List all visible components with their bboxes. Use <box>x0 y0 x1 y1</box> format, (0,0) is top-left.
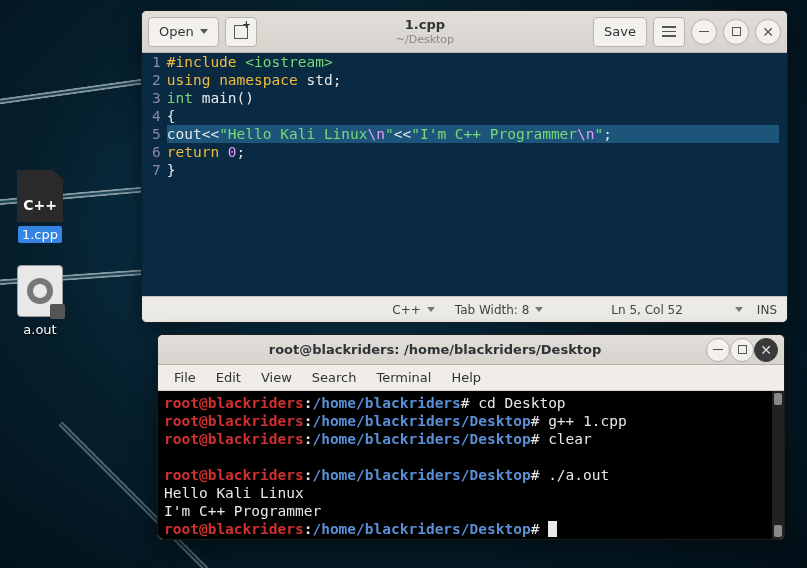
line-number-gutter: 1234567 <box>142 53 167 296</box>
code-line[interactable]: return 0; <box>167 143 779 161</box>
desktop-icon-label: a.out <box>19 321 60 338</box>
maximize-button[interactable] <box>730 338 754 362</box>
close-button[interactable]: ✕ <box>754 338 778 362</box>
terminal-line: I'm C++ Programmer <box>164 502 778 520</box>
chevron-down-icon <box>735 307 743 312</box>
terminal-titlebar: root@blackriders: /home/blackriders/Desk… <box>158 335 784 365</box>
minimize-button[interactable] <box>691 19 717 45</box>
hamburger-menu-button[interactable] <box>653 17 685 47</box>
chevron-down-icon <box>535 307 543 312</box>
save-button-label: Save <box>604 24 636 39</box>
code-content[interactable]: #include <iostream>using namespace std;i… <box>167 53 787 296</box>
terminal-line: root@blackriders:/home/blackriders/Deskt… <box>164 466 778 484</box>
terminal-title: root@blackriders: /home/blackriders/Desk… <box>164 342 706 357</box>
minimize-button[interactable] <box>706 338 730 362</box>
terminal-line: root@blackriders:/home/blackriders/Deskt… <box>164 430 778 448</box>
new-tab-button[interactable] <box>225 17 257 47</box>
terminal-line: root@blackriders:/home/blackriders# cd D… <box>164 394 778 412</box>
code-line[interactable]: } <box>167 161 779 179</box>
lock-icon <box>50 304 65 319</box>
chevron-down-icon <box>427 307 435 312</box>
desktop-icon-cpp[interactable]: C++ 1.cpp <box>5 170 75 243</box>
save-button[interactable]: Save <box>593 17 647 47</box>
terminal-menubar: FileEditViewSearchTerminalHelp <box>158 365 784 391</box>
code-line[interactable]: using namespace std; <box>167 71 779 89</box>
tabwidth-selector[interactable]: Tab Width: 8 <box>449 303 549 317</box>
terminal-scrollbar[interactable] <box>772 391 784 539</box>
editor-title-sub: ~/Desktop <box>263 33 587 46</box>
scrollbar-thumb[interactable] <box>774 393 782 405</box>
maximize-icon <box>732 27 741 36</box>
scrollbar-thumb[interactable] <box>774 525 782 537</box>
terminal-window: root@blackriders: /home/blackriders/Desk… <box>157 334 785 540</box>
terminal-cursor <box>548 521 557 537</box>
editor-statusbar: C++ Tab Width: 8 Ln 5, Col 52 INS <box>142 296 787 322</box>
menu-item-view[interactable]: View <box>253 367 300 388</box>
close-button[interactable]: ✕ <box>755 19 781 45</box>
open-button-label: Open <box>159 24 194 39</box>
menu-item-edit[interactable]: Edit <box>208 367 249 388</box>
chevron-down-icon <box>200 29 208 34</box>
desktop-icon-aout[interactable]: a.out <box>5 265 75 338</box>
editor-headerbar: Open 1.cpp ~/Desktop Save ✕ <box>142 11 787 53</box>
new-document-icon <box>234 25 248 39</box>
editor-title-main: 1.cpp <box>263 17 587 33</box>
hamburger-icon <box>662 26 676 37</box>
terminal-line <box>164 448 778 466</box>
close-icon: ✕ <box>760 343 772 357</box>
maximize-icon <box>738 345 747 354</box>
desktop-icon-label: 1.cpp <box>18 226 62 243</box>
code-line[interactable]: { <box>167 107 779 125</box>
terminal-line: root@blackriders:/home/blackriders/Deskt… <box>164 520 778 538</box>
language-selector[interactable]: C++ <box>386 303 441 317</box>
terminal-body[interactable]: root@blackriders:/home/blackriders# cd D… <box>158 391 784 539</box>
code-editor[interactable]: 1234567 #include <iostream>using namespa… <box>142 53 787 296</box>
open-button[interactable]: Open <box>148 17 219 47</box>
executable-icon <box>17 265 63 317</box>
cursor-position-selector[interactable]: Ln 5, Col 52 <box>605 303 749 317</box>
menu-item-file[interactable]: File <box>166 367 204 388</box>
code-line[interactable]: cout<<"Hello Kali Linux\n"<<"I'm C++ Pro… <box>167 125 779 143</box>
editor-title: 1.cpp ~/Desktop <box>263 17 587 46</box>
menu-item-terminal[interactable]: Terminal <box>368 367 439 388</box>
maximize-button[interactable] <box>723 19 749 45</box>
cpp-file-icon: C++ <box>17 170 63 222</box>
minimize-icon <box>713 349 723 351</box>
code-line[interactable]: #include <iostream> <box>167 53 779 71</box>
cursor-position-label: Ln 5, Col 52 <box>611 303 683 317</box>
minimize-icon <box>699 31 709 33</box>
insert-mode-label: INS <box>757 303 777 317</box>
gedit-window: Open 1.cpp ~/Desktop Save ✕ 1234567 #inc… <box>141 10 788 323</box>
close-icon: ✕ <box>762 25 774 39</box>
terminal-line: root@blackriders:/home/blackriders/Deskt… <box>164 412 778 430</box>
terminal-line: Hello Kali Linux <box>164 484 778 502</box>
code-line[interactable]: int main() <box>167 89 779 107</box>
language-label: C++ <box>392 303 421 317</box>
tabwidth-label: Tab Width: 8 <box>455 303 529 317</box>
menu-item-search[interactable]: Search <box>304 367 365 388</box>
menu-item-help[interactable]: Help <box>443 367 489 388</box>
